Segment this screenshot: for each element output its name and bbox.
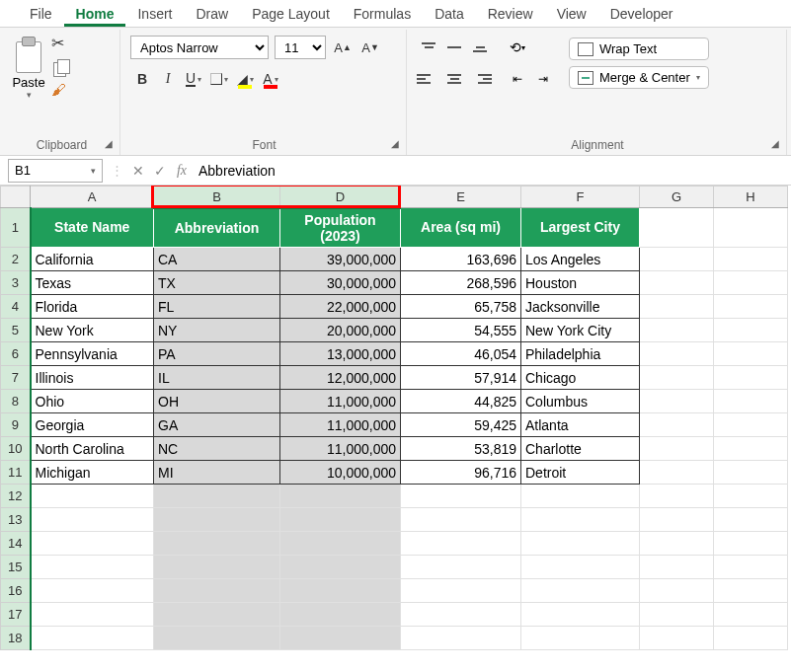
cell-H14[interactable] [714,532,788,556]
cell-D3[interactable]: 30,000,000 [280,271,401,295]
underline-button[interactable]: U▾ [182,67,205,91]
format-painter-icon[interactable] [51,83,71,101]
cell-D12[interactable] [280,485,401,508]
cell-A3[interactable]: Texas [31,271,154,295]
cell-H1[interactable] [714,208,788,248]
cell-H12[interactable] [714,485,788,508]
cell-G11[interactable] [640,461,714,485]
cell-D18[interactable] [280,627,401,650]
decrease-indent-icon[interactable]: ⇤ [506,67,529,91]
cell-A11[interactable]: Michigan [31,461,154,485]
cancel-formula-icon[interactable]: ✕ [127,163,149,179]
cell-D15[interactable] [280,556,401,579]
cell-A6[interactable]: Pennsylvania [31,342,154,366]
paste-button[interactable]: Paste ▾ [12,34,45,100]
row-header-11[interactable]: 11 [1,461,31,485]
row-header-18[interactable]: 18 [1,627,31,650]
cell-B12[interactable] [154,485,280,508]
cell-G12[interactable] [640,485,714,508]
col-header-E[interactable]: E [401,187,521,208]
cell-E9[interactable]: 59,425 [401,413,521,437]
wrap-text-button[interactable]: Wrap Text [569,37,709,60]
cell-H9[interactable] [714,413,788,437]
cell-D2[interactable]: 39,000,000 [280,248,401,271]
row-header-10[interactable]: 10 [1,437,31,461]
cell-E15[interactable] [401,556,521,579]
cell-B17[interactable] [154,603,280,627]
row-header-15[interactable]: 15 [1,556,31,579]
cell-F14[interactable] [521,532,640,556]
row-header-16[interactable]: 16 [1,579,31,603]
cell-D14[interactable] [280,532,401,556]
cell-E1[interactable]: Area (sq mi) [401,208,521,248]
cell-A8[interactable]: Ohio [31,390,154,413]
cell-D6[interactable]: 13,000,000 [280,342,401,366]
row-header-4[interactable]: 4 [1,295,31,319]
cell-B3[interactable]: TX [154,271,280,295]
cell-G15[interactable] [640,556,714,579]
align-middle-icon[interactable] [442,36,466,59]
cell-G17[interactable] [640,603,714,627]
worksheet-grid[interactable]: A B D E F G H 1State NameAbbreviationPop… [0,186,791,672]
cell-D9[interactable]: 11,000,000 [280,413,401,437]
cell-G8[interactable] [640,390,714,413]
align-top-icon[interactable] [417,36,440,59]
col-header-D[interactable]: D [280,187,401,208]
cell-F4[interactable]: Jacksonville [521,295,640,319]
cell-E16[interactable] [401,579,521,603]
cell-F13[interactable] [521,508,640,532]
bold-button[interactable]: B [130,67,154,91]
cell-D8[interactable]: 11,000,000 [280,390,401,413]
decrease-font-icon[interactable]: A▼ [359,37,381,58]
cell-D17[interactable] [280,603,401,627]
cell-D1[interactable]: Population (2023) [280,208,401,248]
col-header-H[interactable]: H [714,187,788,208]
font-color-button[interactable]: A▾ [259,67,282,91]
clipboard-launcher-icon[interactable]: ◢ [102,137,116,151]
cell-G7[interactable] [640,366,714,390]
cell-D4[interactable]: 22,000,000 [280,295,401,319]
cell-G16[interactable] [640,579,714,603]
cell-E12[interactable] [401,485,521,508]
tab-draw[interactable]: Draw [184,4,240,27]
orientation-icon[interactable]: ⟲▾ [506,36,529,59]
row-header-14[interactable]: 14 [1,532,31,556]
increase-indent-icon[interactable]: ⇥ [531,67,555,91]
cell-E5[interactable]: 54,555 [401,319,521,342]
col-header-G[interactable]: G [640,187,714,208]
cell-B5[interactable]: NY [154,319,280,342]
cell-H11[interactable] [714,461,788,485]
row-header-13[interactable]: 13 [1,508,31,532]
cell-B7[interactable]: IL [154,366,280,390]
row-header-17[interactable]: 17 [1,603,31,627]
cell-F11[interactable]: Detroit [521,461,640,485]
fx-icon[interactable]: fx [171,163,193,179]
fill-color-button[interactable]: ◢▾ [233,67,257,91]
cell-H10[interactable] [714,437,788,461]
cell-D11[interactable]: 10,000,000 [280,461,401,485]
cell-B16[interactable] [154,579,280,603]
cell-B8[interactable]: OH [154,390,280,413]
cell-F7[interactable]: Chicago [521,366,640,390]
col-header-B[interactable]: B [154,187,280,208]
cell-B13[interactable] [154,508,280,532]
cell-B2[interactable]: CA [154,248,280,271]
enter-formula-icon[interactable]: ✓ [149,163,171,179]
cell-H15[interactable] [714,556,788,579]
cell-E3[interactable]: 268,596 [401,271,521,295]
cell-H2[interactable] [714,248,788,271]
cell-H17[interactable] [714,603,788,627]
cell-G1[interactable] [640,208,714,248]
align-center-icon[interactable] [442,67,466,91]
cell-A1[interactable]: State Name [31,208,154,248]
cell-H18[interactable] [714,627,788,650]
cell-F6[interactable]: Philadelphia [521,342,640,366]
tab-home[interactable]: Home [64,4,126,27]
cell-A13[interactable] [31,508,154,532]
cell-G13[interactable] [640,508,714,532]
row-header-6[interactable]: 6 [1,342,31,366]
row-header-9[interactable]: 9 [1,413,31,437]
cell-A10[interactable]: North Carolina [31,437,154,461]
cell-B15[interactable] [154,556,280,579]
select-all-corner[interactable] [1,187,31,208]
